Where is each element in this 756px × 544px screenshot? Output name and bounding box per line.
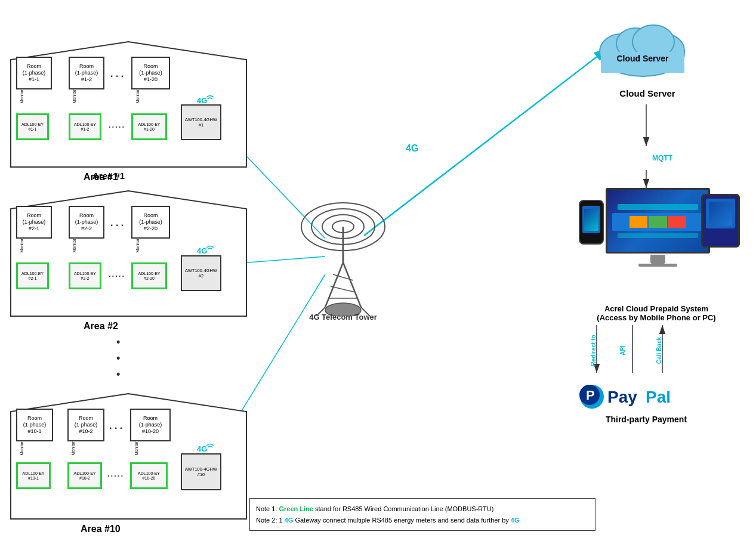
acrel-tablet <box>701 194 740 248</box>
monitor-base <box>638 264 677 267</box>
area1-gateway: AWT100-4GHW#1 <box>181 104 221 140</box>
area2-room2: Room(1-phase)#2-2 <box>69 206 104 239</box>
monitor-stand <box>650 255 665 264</box>
area2-meter20: ADL100-EY#2-20 <box>131 262 167 289</box>
area1-4g-signal: 4G <box>197 94 214 109</box>
paypal-logo: P Pay Pal <box>579 382 698 414</box>
mqtt-label: MQTT <box>652 154 672 162</box>
area10-meter20: ADL100-EY#10-20 <box>130 462 168 489</box>
vertical-dots: ••• <box>116 334 120 382</box>
cloud-server-title: Cloud Server <box>615 88 680 98</box>
area10-room20: Room(1-phase)#10-20 <box>130 409 171 441</box>
area10-meter2: ADL100-EY#10-2 <box>67 462 102 489</box>
svg-text:4G: 4G <box>197 246 207 255</box>
area10-label-text: Area #10 <box>81 524 121 534</box>
area2-room20: Room(1-phase)#2-20 <box>131 206 170 239</box>
area10-room1: Room(1-phase)#10-1 <box>16 409 53 441</box>
svg-text:P: P <box>586 388 595 403</box>
area10-gateway: AWT100-4GHW#10 <box>181 453 221 490</box>
area1-room1: Room(1-phase)#1-1 <box>16 57 52 89</box>
area1-room-dots: . . . <box>110 69 124 79</box>
svg-line-33 <box>343 262 361 307</box>
svg-text:Pal: Pal <box>646 388 671 406</box>
area1-monitor3-label: Monitor <box>135 89 140 103</box>
tower-label: 4G Telecom Tower <box>298 313 388 322</box>
area10-monitor3-label: Monitor <box>134 441 138 455</box>
svg-text:Pay: Pay <box>607 388 637 406</box>
area1-meter20: ADL100-EY#1-20 <box>131 113 167 140</box>
area1-meter1: ADL100-EY#1-1 <box>16 113 49 140</box>
note2: Note 2: 1 4G Gateway connect multiple RS… <box>256 515 589 526</box>
area10-monitor2-label: Monitor <box>71 441 75 455</box>
area2-meter2: ADL100-EY#2-2 <box>69 262 101 289</box>
area2-monitor2-label: Monitor <box>72 239 76 252</box>
area2-room1: Room(1-phase)#2-1 <box>16 206 52 239</box>
area1-meter-dots: ····· <box>109 122 125 131</box>
acrel-phone <box>579 200 604 245</box>
area1-monitor2-label: Monitor <box>72 89 76 103</box>
area2-label-text: Area #2 <box>84 321 118 332</box>
acrel-devices <box>570 188 743 298</box>
area10-meter1: ADL100-EY#10-1 <box>16 462 51 489</box>
area1-label-text: Area #1 <box>84 172 118 183</box>
area2-monitor1-label: Monitor <box>20 239 24 252</box>
area10-room-dots: . . . <box>109 421 122 431</box>
area1-meter2: ADL100-EY#1-2 <box>69 113 101 140</box>
svg-line-32 <box>325 262 343 307</box>
acrel-monitor-screen <box>606 188 710 254</box>
area1-room2: Room(1-phase)#1-2 <box>69 57 104 89</box>
diagram-container: Area #1 Room(1-phase)#1-1 Room(1-phase)#… <box>0 0 756 544</box>
svg-text:4G: 4G <box>197 444 207 453</box>
area2-meter1: ADL100-EY#2-1 <box>16 262 49 289</box>
area2-4g-signal: 4G <box>197 245 214 259</box>
callback-label: Call Back <box>656 337 662 364</box>
redirect-label: Redirect to <box>590 335 597 366</box>
area10-room2: Room(1-phase)#10-2 <box>67 409 104 441</box>
area2-room-dots: . . . <box>110 218 124 228</box>
notes-box: Note 1: Green Line stand for RS485 Wired… <box>249 498 595 531</box>
acrel-system-title: Acrel Cloud Prepaid System(Access by Mob… <box>561 304 752 322</box>
third-party-payment-label: Third-party Payment <box>590 415 703 424</box>
area2-gateway: AWT100-4GHW#2 <box>181 255 221 291</box>
area1-monitor1-label: Monitor <box>20 89 24 103</box>
note1: Note 1: Green Line stand for RS485 Wired… <box>256 503 589 515</box>
svg-text:Cloud Server: Cloud Server <box>616 54 669 63</box>
area2-monitor3-label: Monitor <box>135 239 140 252</box>
4g-tower: 4G Telecom Tower <box>298 197 388 322</box>
cloud-icon: Cloud Server <box>588 9 698 83</box>
svg-line-35 <box>331 286 356 292</box>
4g-main-label: 4G <box>406 143 418 154</box>
area10-monitor1-label: Monitor <box>20 441 24 455</box>
area1-room20: Room(1-phase)#1-20 <box>131 57 170 89</box>
area10-meter-dots: ····· <box>107 471 124 480</box>
api-label: API <box>619 345 626 356</box>
svg-text:4G: 4G <box>197 96 207 105</box>
area2-meter-dots: ····· <box>109 271 125 280</box>
area10-4g-signal: 4G <box>197 443 214 458</box>
